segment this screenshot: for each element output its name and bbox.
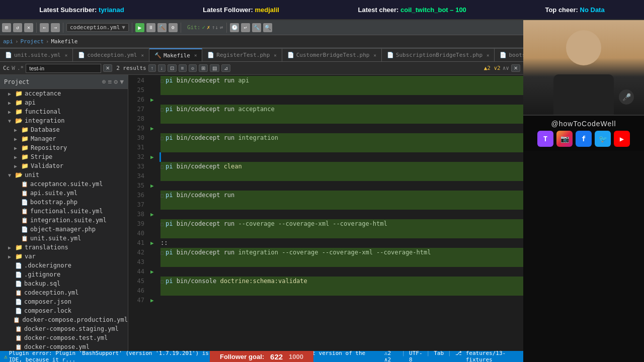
nav-api[interactable]: api: [3, 38, 13, 45]
tree-arrow: ▼: [8, 118, 13, 124]
run-arrow-26[interactable]: ▶: [150, 97, 154, 103]
tree-file-object-manager[interactable]: 📄 object-manager.php: [0, 225, 128, 234]
tree-file-dockerignore[interactable]: 📄 .dockerignore: [0, 261, 128, 270]
tree-file-codeception-yml[interactable]: 📋 codeception.yml: [0, 288, 128, 297]
tree-item-label: Database: [31, 126, 60, 133]
clock-icon[interactable]: 🕐: [230, 23, 239, 32]
settings-button[interactable]: ⚙: [169, 23, 178, 32]
tab-unit-suite[interactable]: 📄 unit.suite.yml ✕: [0, 48, 73, 61]
twitter-icon[interactable]: 🐦: [595, 131, 611, 147]
tree-item-label: Validator: [31, 162, 63, 169]
tree-file-gitignore[interactable]: 📄 .gitignore: [0, 270, 128, 279]
search-next[interactable]: ↓: [158, 64, 166, 72]
tools-icon[interactable]: 🔧: [252, 23, 261, 32]
tree-folder-stripe[interactable]: ▶ 📁 Stripe: [0, 152, 128, 161]
tree-file-docker-compose-test[interactable]: 📋 docker-compose.test.yml: [0, 333, 128, 342]
tree-file-backup-sql[interactable]: 📄 backup.sql: [0, 279, 128, 288]
status-encoding[interactable]: UTF-8: [409, 350, 423, 362]
toolbar-back[interactable]: ←: [40, 23, 49, 32]
run-arrow-38[interactable]: ▶: [150, 211, 154, 218]
tab-close[interactable]: ✕: [194, 53, 197, 58]
tree-file-functional-suite-yml[interactable]: 📋 functional.suite.yml: [0, 207, 128, 216]
line-num: 45: [128, 277, 144, 286]
sidebar-icon-locate[interactable]: ⊕: [102, 78, 106, 85]
youtube-icon[interactable]: ▶: [614, 131, 630, 147]
run-arrow-32[interactable]: ▶: [150, 154, 154, 160]
tree-file-integration-suite-yml[interactable]: 📋 integration.suite.yml: [0, 216, 128, 225]
tab-customer-bridge-test[interactable]: 📄 CustomerBridgeTest.php ✕: [282, 48, 382, 61]
tab-close[interactable]: ✕: [487, 53, 489, 58]
tree-file-acceptance-suite-yml[interactable]: 📋 acceptance.suite.yml: [0, 179, 128, 189]
tree-folder-acceptance[interactable]: ▶ 📁 acceptance: [0, 89, 128, 98]
tree-file-docker-compose-production[interactable]: 📋 docker-compose.production.yml: [0, 315, 128, 324]
search-input[interactable]: [26, 64, 101, 73]
search-toggle1[interactable]: ⊡: [168, 64, 177, 72]
code-editor[interactable]: 24 25 26 27 28 29 30 31 32 33 34 35 36 3…: [128, 75, 523, 351]
search-toggle3[interactable]: ⌾: [189, 64, 197, 72]
search-close[interactable]: ✕: [103, 64, 112, 72]
build-button[interactable]: 🔨: [157, 23, 167, 32]
debug-button[interactable]: ⏸: [146, 23, 155, 32]
tab-makefile[interactable]: 🔨 Makefile ✕: [149, 48, 202, 61]
tab-subscription-bridge-test[interactable]: 📄 SubscriptionBridgeTest.php ✕: [382, 48, 495, 61]
sidebar-icon-gear[interactable]: ▼: [120, 78, 124, 85]
run-arrow-47[interactable]: ▶: [150, 297, 154, 304]
tree-file-composer-lock[interactable]: 📄 composer.lock: [0, 306, 128, 315]
search-label: Cc: [3, 65, 10, 71]
search-prev[interactable]: ↑: [148, 64, 156, 72]
tree-folder-repository[interactable]: ▶ 📁 Repository: [0, 143, 128, 152]
search-icon[interactable]: 🔍: [263, 23, 272, 32]
tab-codeception-yml[interactable]: 📄 codeception.yml ✕: [73, 48, 149, 61]
search-toggle2[interactable]: ≡: [179, 64, 187, 72]
tree-file-api-suite-yml[interactable]: 📋 api.suite.yml: [0, 189, 128, 198]
tree-folder-unit[interactable]: ▼ 📂 unit: [0, 170, 128, 179]
tab-close[interactable]: ✕: [141, 53, 143, 58]
tab-label: CustomerBridgeTest.php: [296, 52, 370, 58]
toolbar-icon-2[interactable]: ↺: [13, 23, 22, 32]
twitch-icon[interactable]: T: [537, 131, 553, 147]
search-toggle4[interactable]: ⊞: [199, 64, 208, 72]
tree-folder-database[interactable]: ▶ 📁 Database: [0, 125, 128, 134]
tab-register-test[interactable]: 📄 RegisterTest.php ✕: [202, 48, 282, 61]
tree-folder-functional[interactable]: ▶ 📁 functional: [0, 107, 128, 116]
toolbar-forward[interactable]: →: [51, 23, 60, 32]
facebook-icon[interactable]: f: [576, 131, 592, 147]
sidebar-title: Project: [4, 78, 30, 85]
undo-icon[interactable]: ↩: [241, 23, 250, 32]
run-arrow-35[interactable]: ▶: [150, 183, 154, 189]
tree-folder-validator[interactable]: ▶ 📁 Validator: [0, 161, 128, 170]
tab-close[interactable]: ✕: [373, 53, 376, 58]
tree-file-unit-suite-yml[interactable]: 📋 unit.suite.yml: [0, 234, 128, 243]
tree-file-docker-compose-staging[interactable]: 📋 docker-compose.staging.yml: [0, 324, 128, 333]
toolbar-icon-1[interactable]: ⊞: [2, 23, 11, 32]
tab-label: SubscriptionBridgeTest.php: [396, 52, 482, 58]
nav-makefile[interactable]: Makefile: [51, 38, 77, 45]
status-line-ending[interactable]: Tab: [434, 350, 444, 362]
tab-close[interactable]: ✕: [65, 53, 67, 58]
search-filter[interactable]: ⊿: [221, 64, 230, 72]
sidebar-icon-collapse[interactable]: ≡: [108, 78, 112, 85]
run-arrow-44[interactable]: ▶: [150, 268, 154, 275]
run-button[interactable]: ▶: [135, 23, 144, 32]
nav-project[interactable]: Project: [21, 38, 44, 45]
tab-bootstrap-php[interactable]: 📄 bootstrap.php ✕: [495, 48, 523, 61]
tree-folder-api[interactable]: ▶ 📁 api: [0, 98, 128, 107]
tree-folder-var[interactable]: ▶ 📁 var: [0, 252, 128, 261]
search-close-bar[interactable]: ✕: [511, 64, 520, 72]
file-path[interactable]: codeception.yml ▼: [66, 23, 129, 32]
tree-folder-manager[interactable]: ▶ 📁 Manager: [0, 134, 128, 143]
toolbar-icon-3[interactable]: ✕: [24, 23, 33, 32]
tree-file-bootstrap-php[interactable]: 📄 bootstrap.php: [0, 198, 128, 207]
tree-folder-integration[interactable]: ▼ 📂 integration: [0, 116, 128, 125]
search-toggle5[interactable]: ▤: [210, 64, 219, 72]
sidebar-icon-settings[interactable]: ⚙: [114, 78, 118, 85]
instagram-icon[interactable]: 📷: [556, 131, 573, 147]
run-arrow-29[interactable]: ▶: [150, 125, 154, 132]
tabs-bar: 📄 unit.suite.yml ✕ 📄 codeception.yml ✕ 🔨…: [0, 48, 523, 62]
tab-close[interactable]: ✕: [274, 53, 276, 58]
tree-folder-translations[interactable]: ▶ 📁 translations: [0, 243, 128, 252]
tree-file-composer-json[interactable]: 📄 composer.json: [0, 297, 128, 306]
run-arrow-41[interactable]: ▶: [150, 240, 154, 246]
status-plugin-error-icon: ⚠ Plugin error: Plugin 'BashSupport' (ve…: [4, 350, 380, 362]
path-arrow: ▼: [122, 24, 125, 31]
